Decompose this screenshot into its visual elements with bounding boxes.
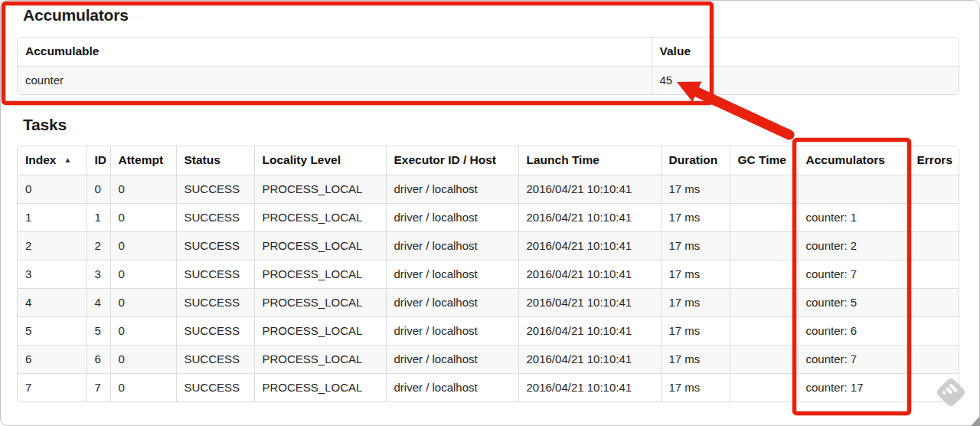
col-header-accumulable[interactable]: Accumulable	[18, 38, 652, 66]
cell-status: SUCCESS	[176, 373, 254, 401]
cell-attempt: 0	[110, 345, 176, 373]
cell-index: 1	[18, 203, 87, 231]
col-header-locality-level[interactable]: Locality Level	[254, 146, 386, 175]
cell-accumulators: counter: 17	[798, 373, 909, 401]
cell-gc-time	[730, 288, 798, 316]
col-header-index-label: Index	[25, 153, 56, 166]
cell-accumulable-name: counter	[18, 66, 652, 94]
cell-index: 5	[18, 316, 87, 345]
cell-launch-time: 2016/04/21 10:10:41	[518, 373, 661, 401]
cell-executor-id-host: driver / localhost	[386, 231, 518, 260]
cell-duration: 17 ms	[661, 288, 730, 316]
cell-launch-time: 2016/04/21 10:10:41	[518, 345, 661, 373]
col-header-index[interactable]: Index▲	[18, 146, 87, 175]
cell-index: 4	[18, 288, 87, 316]
cell-launch-time: 2016/04/21 10:10:41	[518, 316, 661, 345]
tasks-section-heading: Tasks	[23, 116, 67, 134]
cell-duration: 17 ms	[661, 231, 730, 260]
cell-index: 0	[18, 175, 87, 203]
cell-id: 2	[87, 231, 110, 260]
cell-id: 4	[87, 288, 110, 316]
cell-status: SUCCESS	[176, 231, 254, 260]
cell-locality-level: PROCESS_LOCAL	[254, 288, 386, 316]
col-header-launch-time[interactable]: Launch Time	[518, 146, 661, 175]
cell-executor-id-host: driver / localhost	[386, 345, 518, 373]
accumulator-row: counter 45	[18, 66, 959, 94]
cell-errors	[909, 345, 959, 373]
sort-ascending-icon: ▲	[64, 156, 71, 164]
col-header-attempt[interactable]: Attempt	[110, 146, 176, 175]
cell-index: 2	[18, 231, 87, 260]
accumulators-table: Accumulable Value counter 45	[17, 37, 959, 95]
cell-executor-id-host: driver / localhost	[386, 260, 518, 288]
cell-id: 6	[87, 345, 110, 373]
cell-locality-level: PROCESS_LOCAL	[254, 260, 386, 288]
cell-accumulators: counter: 1	[798, 203, 909, 231]
cell-gc-time	[730, 345, 798, 373]
cell-locality-level: PROCESS_LOCAL	[254, 175, 386, 203]
cell-duration: 17 ms	[661, 373, 730, 401]
task-row: 5 5 0 SUCCESS PROCESS_LOCAL driver / loc…	[18, 316, 959, 345]
cell-accumulators	[798, 175, 909, 203]
cell-status: SUCCESS	[176, 260, 254, 288]
cell-status: SUCCESS	[176, 316, 254, 345]
cell-duration: 17 ms	[661, 260, 730, 288]
cell-locality-level: PROCESS_LOCAL	[254, 231, 386, 260]
cell-locality-level: PROCESS_LOCAL	[254, 373, 386, 401]
cell-accumulators: counter: 7	[798, 345, 909, 373]
cell-launch-time: 2016/04/21 10:10:41	[518, 231, 661, 260]
cell-errors	[909, 203, 959, 231]
cell-attempt: 0	[110, 316, 176, 345]
cell-id: 3	[87, 260, 110, 288]
cell-attempt: 0	[110, 288, 176, 316]
cell-accumulators: counter: 5	[798, 288, 909, 316]
col-header-executor-id-host[interactable]: Executor ID / Host	[386, 146, 518, 175]
col-header-id[interactable]: ID	[87, 146, 110, 175]
cell-launch-time: 2016/04/21 10:10:41	[518, 260, 661, 288]
cell-executor-id-host: driver / localhost	[386, 288, 518, 316]
cell-duration: 17 ms	[661, 203, 730, 231]
task-row: 2 2 0 SUCCESS PROCESS_LOCAL driver / loc…	[18, 231, 959, 260]
cell-index: 6	[18, 345, 87, 373]
tasks-header-row: Index▲ ID Attempt Status Locality Level …	[18, 146, 959, 175]
cell-accumulators: counter: 7	[798, 260, 909, 288]
cell-duration: 17 ms	[661, 345, 730, 373]
col-header-value[interactable]: Value	[652, 38, 959, 66]
cell-gc-time	[730, 203, 798, 231]
col-header-gc-time[interactable]: GC Time	[730, 146, 798, 175]
accumulators-section-heading: Accumulators	[23, 6, 129, 25]
cell-locality-level: PROCESS_LOCAL	[254, 203, 386, 231]
accumulators-header-row: Accumulable Value	[18, 38, 959, 66]
cell-accumulators: counter: 6	[798, 316, 909, 345]
cell-attempt: 0	[110, 231, 176, 260]
cell-attempt: 0	[110, 373, 176, 401]
cell-id: 1	[87, 203, 110, 231]
col-header-errors[interactable]: Errors	[909, 146, 959, 175]
cell-index: 3	[18, 260, 87, 288]
col-header-accumulators[interactable]: Accumulators	[798, 146, 909, 175]
cell-launch-time: 2016/04/21 10:10:41	[518, 288, 661, 316]
task-row: 1 1 0 SUCCESS PROCESS_LOCAL driver / loc…	[18, 203, 959, 231]
corner-fragment	[971, 416, 980, 426]
cell-gc-time	[730, 231, 798, 260]
cell-launch-time: 2016/04/21 10:10:41	[518, 203, 661, 231]
tasks-table: Index▲ ID Attempt Status Locality Level …	[17, 146, 959, 402]
cell-status: SUCCESS	[176, 345, 254, 373]
cell-duration: 17 ms	[661, 175, 730, 203]
task-row: 3 3 0 SUCCESS PROCESS_LOCAL driver / loc…	[18, 260, 959, 288]
cell-gc-time	[730, 316, 798, 345]
cell-accumulable-value: 45	[652, 66, 959, 94]
cell-executor-id-host: driver / localhost	[386, 175, 518, 203]
col-header-duration[interactable]: Duration	[661, 146, 730, 175]
cell-id: 5	[87, 316, 110, 345]
cell-attempt: 0	[110, 175, 176, 203]
col-header-status[interactable]: Status	[176, 146, 254, 175]
cell-errors	[909, 175, 959, 203]
cell-gc-time	[730, 260, 798, 288]
cell-id: 7	[87, 373, 110, 401]
task-row: 7 7 0 SUCCESS PROCESS_LOCAL driver / loc…	[18, 373, 959, 401]
cell-index: 7	[18, 373, 87, 401]
cell-gc-time	[730, 373, 798, 401]
cell-errors	[909, 316, 959, 345]
cell-attempt: 0	[110, 260, 176, 288]
